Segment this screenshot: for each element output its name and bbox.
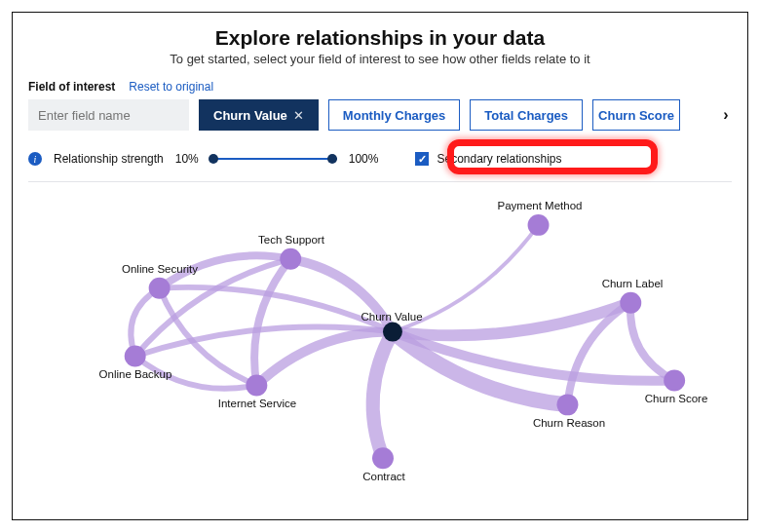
chip-churn-value[interactable]: Churn Value ✕ <box>199 99 319 131</box>
slider-thumb-max[interactable] <box>327 154 337 164</box>
field-of-interest-header: Field of interest Reset to original <box>28 80 732 94</box>
relationship-strength-row: i Relationship strength 10% 100% ✓ Secon… <box>28 146 732 182</box>
graph-node-label: Contract <box>362 471 404 482</box>
reset-to-original-link[interactable]: Reset to original <box>129 80 213 94</box>
graph-node[interactable] <box>246 374 267 396</box>
close-icon[interactable]: ✕ <box>293 108 304 123</box>
strength-min-label: 10% <box>175 152 199 166</box>
graph-canvas <box>28 186 732 497</box>
field-name-input[interactable] <box>28 99 189 131</box>
slider-thumb-min[interactable] <box>209 154 218 164</box>
foi-label: Field of interest <box>28 80 115 94</box>
graph-node[interactable] <box>125 346 146 367</box>
graph-node-center[interactable] <box>383 323 402 342</box>
relationship-graph[interactable]: Churn ValueTech SupportOnline SecurityOn… <box>28 186 732 498</box>
graph-node[interactable] <box>528 214 550 236</box>
checkbox-checked-icon: ✓ <box>415 152 429 166</box>
graph-node-label: Online Security <box>122 263 198 275</box>
scroll-right-button[interactable]: › <box>714 103 738 127</box>
graph-node-label: Internet Service <box>218 398 297 409</box>
graph-node[interactable] <box>556 394 578 415</box>
page-subtitle: To get started, select your field of int… <box>28 52 732 66</box>
graph-node-label: Payment Method <box>498 200 583 211</box>
chevron-right-icon: › <box>723 106 728 124</box>
graph-node-label: Tech Support <box>258 234 324 246</box>
chip-churn-score[interactable]: Churn Score <box>592 99 680 131</box>
graph-node-label: Churn Reason <box>533 417 605 429</box>
graph-node-label: Churn Label <box>602 278 664 289</box>
relationship-strength-label: Relationship strength <box>54 152 164 166</box>
graph-edge <box>373 332 393 459</box>
explore-relationships-panel: Explore relationships in your data To ge… <box>12 12 748 520</box>
info-icon[interactable]: i <box>28 152 42 166</box>
graph-node-label: Online Backup <box>99 368 172 380</box>
graph-node[interactable] <box>620 292 641 314</box>
graph-edge <box>630 303 674 381</box>
page-title: Explore relationships in your data <box>28 26 732 50</box>
chip-total-charges[interactable]: Total Charges <box>470 99 583 131</box>
graph-node[interactable] <box>664 369 685 391</box>
chip-label: Churn Value <box>213 108 287 123</box>
graph-node-label: Churn Value <box>361 311 422 323</box>
strength-max-label: 100% <box>349 152 379 166</box>
secondary-relationships-toggle[interactable]: ✓ Secondary relationships <box>407 146 575 171</box>
graph-node[interactable] <box>280 248 301 270</box>
field-chip-row: Churn Value ✕ Monthly Charges Total Char… <box>28 99 732 131</box>
secondary-relationships-label: Secondary relationships <box>437 152 561 166</box>
graph-node-label: Churn Score <box>645 393 708 404</box>
strength-slider[interactable] <box>210 152 337 166</box>
chip-monthly-charges[interactable]: Monthly Charges <box>328 99 460 131</box>
graph-node[interactable] <box>372 447 394 469</box>
slider-track <box>210 158 337 160</box>
graph-node[interactable] <box>149 278 171 299</box>
